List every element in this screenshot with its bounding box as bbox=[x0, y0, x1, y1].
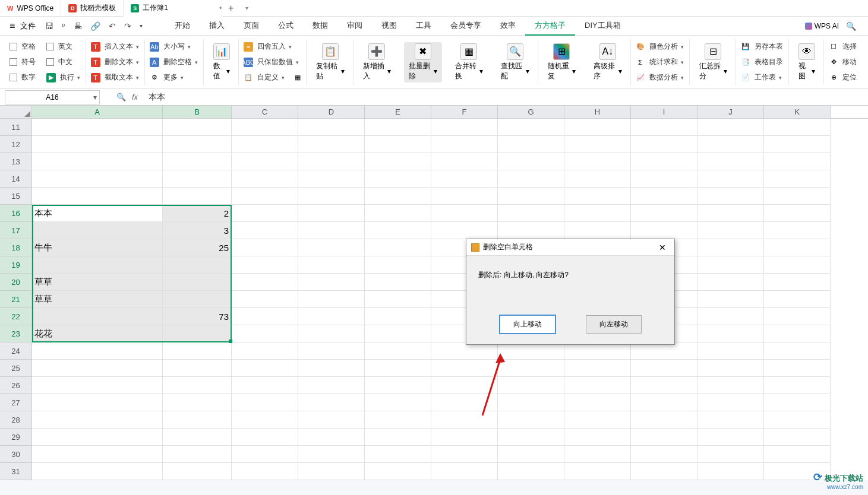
cell-A26[interactable] bbox=[32, 377, 163, 394]
find-match-button[interactable]: 🔍查找匹配▾ bbox=[496, 42, 534, 82]
cell-H29[interactable] bbox=[564, 429, 631, 446]
cell-G17[interactable] bbox=[498, 222, 564, 239]
cell-J20[interactable] bbox=[697, 274, 764, 291]
cell-A15[interactable] bbox=[32, 188, 163, 205]
cell-A27[interactable] bbox=[32, 394, 163, 411]
adv-sort-button[interactable]: A↓高级排序▾ bbox=[589, 42, 627, 82]
qat-dropdown-icon[interactable]: ▾ bbox=[136, 20, 146, 31]
cell-K23[interactable] bbox=[764, 325, 831, 342]
cell-I31[interactable] bbox=[631, 463, 697, 480]
cell-C19[interactable] bbox=[232, 256, 298, 274]
dialog-titlebar[interactable]: 删除空白单元格 ✕ bbox=[466, 239, 674, 256]
cell-D14[interactable] bbox=[298, 170, 365, 188]
case-button[interactable]: 大小写▾ bbox=[162, 40, 192, 53]
row-header-23[interactable]: 23 bbox=[0, 325, 32, 342]
cell-C31[interactable] bbox=[232, 463, 298, 480]
save-icon[interactable]: 🖫 bbox=[42, 19, 57, 33]
cell-F25[interactable] bbox=[431, 360, 498, 377]
cell-I26[interactable] bbox=[631, 377, 697, 394]
cell-E16[interactable] bbox=[365, 205, 431, 222]
cell-I14[interactable] bbox=[631, 170, 697, 188]
copy-paste-button[interactable]: 📋复制粘贴▾ bbox=[311, 42, 349, 82]
cell-B17[interactable]: 3 bbox=[163, 222, 232, 239]
col-header-F[interactable]: F bbox=[431, 106, 498, 118]
col-header-G[interactable]: G bbox=[498, 106, 564, 118]
row-header-12[interactable]: 12 bbox=[0, 136, 32, 153]
cell-F11[interactable] bbox=[431, 119, 498, 136]
worksheet-button[interactable]: 工作表▾ bbox=[753, 71, 784, 84]
cell-H25[interactable] bbox=[564, 360, 631, 377]
cell-D18[interactable] bbox=[298, 239, 365, 256]
cell-H24[interactable] bbox=[564, 342, 631, 360]
cell-J30[interactable] bbox=[697, 446, 764, 463]
cell-H16[interactable] bbox=[564, 205, 631, 222]
cell-E12[interactable] bbox=[365, 136, 431, 153]
cell-I11[interactable] bbox=[631, 119, 697, 136]
cell-C11[interactable] bbox=[232, 119, 298, 136]
execute-button[interactable]: 执行▾ bbox=[58, 71, 82, 84]
cell-K28[interactable] bbox=[764, 411, 831, 429]
cell-F30[interactable] bbox=[431, 446, 498, 463]
cell-C26[interactable] bbox=[232, 377, 298, 394]
cell-A18[interactable]: 牛牛 bbox=[32, 239, 163, 256]
select-all-corner[interactable] bbox=[0, 106, 32, 118]
cell-E14[interactable] bbox=[365, 170, 431, 188]
cell-H27[interactable] bbox=[564, 394, 631, 411]
wps-office-tab[interactable]: W WPS Office bbox=[0, 0, 61, 17]
cell-C21[interactable] bbox=[232, 291, 298, 308]
cell-B18[interactable]: 25 bbox=[163, 239, 232, 256]
cell-B28[interactable] bbox=[163, 411, 232, 429]
cell-J11[interactable] bbox=[697, 119, 764, 136]
spreadsheet-grid[interactable]: ABCDEFGHIJK 111213141516本本217318牛牛251920… bbox=[0, 106, 868, 480]
cell-F27[interactable] bbox=[431, 394, 498, 411]
menu-tab-0[interactable]: 开始 bbox=[165, 17, 200, 36]
fx-icon[interactable]: fx bbox=[132, 93, 138, 101]
workbook-tab[interactable]: S 工作簿1 • bbox=[124, 0, 222, 17]
cell-B31[interactable] bbox=[163, 463, 232, 480]
round-button[interactable]: 四舍五入▾ bbox=[255, 40, 293, 53]
move-up-button[interactable]: 向上移动 bbox=[500, 315, 555, 334]
cell-E30[interactable] bbox=[365, 446, 431, 463]
cell-D29[interactable] bbox=[298, 429, 365, 446]
cell-I24[interactable] bbox=[631, 342, 697, 360]
menu-tab-4[interactable]: 数据 bbox=[303, 17, 337, 36]
cell-A13[interactable] bbox=[32, 153, 163, 170]
name-box[interactable]: A16 ▾ bbox=[5, 90, 100, 104]
row-header-15[interactable]: 15 bbox=[0, 188, 32, 205]
cell-K29[interactable] bbox=[764, 429, 831, 446]
cell-F13[interactable] bbox=[431, 153, 498, 170]
col-header-A[interactable]: A bbox=[32, 106, 163, 118]
locate-button[interactable]: 定位 bbox=[841, 71, 858, 84]
row-header-27[interactable]: 27 bbox=[0, 394, 32, 411]
row-header-30[interactable]: 30 bbox=[0, 446, 32, 463]
cell-G15[interactable] bbox=[498, 188, 564, 205]
tab-dropdown-button[interactable]: ▾ bbox=[239, 5, 254, 11]
cell-G26[interactable] bbox=[498, 377, 564, 394]
select-button[interactable]: 选择 bbox=[841, 40, 858, 53]
cell-C14[interactable] bbox=[232, 170, 298, 188]
menu-tab-6[interactable]: 视图 bbox=[372, 17, 406, 36]
extract-text-button[interactable]: 截取文本▾ bbox=[103, 71, 141, 84]
cell-D24[interactable] bbox=[298, 342, 365, 360]
cell-D27[interactable] bbox=[298, 394, 365, 411]
col-header-K[interactable]: K bbox=[764, 106, 831, 118]
row-header-20[interactable]: 20 bbox=[0, 274, 32, 291]
cell-J19[interactable] bbox=[697, 256, 764, 274]
cell-A11[interactable] bbox=[32, 119, 163, 136]
cell-K11[interactable] bbox=[764, 119, 831, 136]
cell-E25[interactable] bbox=[365, 360, 431, 377]
cell-K12[interactable] bbox=[764, 136, 831, 153]
cell-J21[interactable] bbox=[697, 291, 764, 308]
cell-D26[interactable] bbox=[298, 377, 365, 394]
name-box-dropdown-icon[interactable]: ▾ bbox=[93, 93, 97, 101]
delete-text-button[interactable]: 删除文本▾ bbox=[103, 56, 141, 68]
batch-delete-button[interactable]: ✖批量删除▾ bbox=[404, 42, 442, 82]
cell-H31[interactable] bbox=[564, 463, 631, 480]
cell-F24[interactable] bbox=[431, 342, 498, 360]
menu-tab-5[interactable]: 审阅 bbox=[337, 17, 372, 36]
cell-D12[interactable] bbox=[298, 136, 365, 153]
cell-E17[interactable] bbox=[365, 222, 431, 239]
menu-tab-9[interactable]: 效率 bbox=[491, 17, 525, 36]
cell-I25[interactable] bbox=[631, 360, 697, 377]
cell-A23[interactable]: 花花 bbox=[32, 325, 163, 342]
